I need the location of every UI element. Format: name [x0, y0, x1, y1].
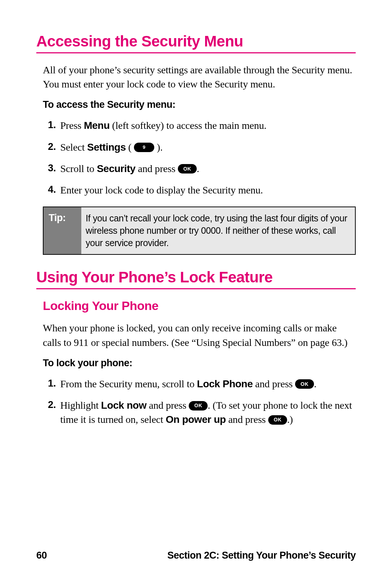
- steps-list-2: 1. From the Security menu, scroll to Loc…: [43, 377, 356, 427]
- page-footer: 60 Section 2C: Setting Your Phone’s Secu…: [36, 550, 356, 561]
- key-ok-icon: OK: [178, 164, 197, 173]
- step-heading-2: To lock your phone:: [43, 358, 356, 369]
- step-number: 1.: [43, 377, 60, 391]
- step-number: 2.: [43, 398, 60, 426]
- step-3: 3. Scroll to Security and press OK.: [43, 162, 356, 176]
- subheading-locking: Locking Your Phone: [43, 299, 356, 313]
- tip-body: If you can’t recall your lock code, try …: [81, 207, 355, 254]
- heading-accessing-security: Accessing the Security Menu: [36, 33, 356, 53]
- tip-box: Tip: If you can’t recall your lock code,…: [43, 207, 356, 255]
- step-text: Highlight Lock now and press OK. (To set…: [60, 398, 356, 426]
- step-text: Press Menu (left softkey) to access the …: [60, 118, 356, 132]
- step-2: 2. Select Settings ( 9 ).: [43, 140, 356, 154]
- step-text: From the Security menu, scroll to Lock P…: [60, 377, 356, 391]
- key-ok-icon: OK: [189, 401, 208, 411]
- step-heading: To access the Security menu:: [43, 99, 356, 110]
- step-text: Enter your lock code to display the Secu…: [60, 183, 356, 197]
- intro-paragraph-2: When your phone is locked, you can only …: [43, 321, 356, 349]
- step-1b: 1. From the Security menu, scroll to Loc…: [43, 377, 356, 391]
- tip-label: Tip:: [44, 207, 81, 254]
- step-number: 2.: [43, 140, 60, 154]
- page-number: 60: [36, 550, 109, 561]
- step-text: Scroll to Security and press OK.: [60, 162, 356, 176]
- heading-lock-feature: Using Your Phone’s Lock Feature: [36, 269, 356, 289]
- step-4: 4. Enter your lock code to display the S…: [43, 183, 356, 197]
- step-1: 1. Press Menu (left softkey) to access t…: [43, 118, 356, 132]
- step-text: Select Settings ( 9 ).: [60, 140, 356, 154]
- intro-paragraph: All of your phone’s security settings ar…: [43, 63, 356, 91]
- step-number: 1.: [43, 118, 60, 132]
- key-ok-icon: OK: [295, 379, 314, 389]
- step-number: 4.: [43, 183, 60, 197]
- steps-list-1: 1. Press Menu (left softkey) to access t…: [43, 118, 356, 197]
- section-label: Section 2C: Setting Your Phone’s Securit…: [109, 550, 356, 561]
- key-9-icon: 9: [134, 143, 154, 152]
- key-ok-icon: OK: [268, 415, 287, 425]
- step-2b: 2. Highlight Lock now and press OK. (To …: [43, 398, 356, 426]
- step-number: 3.: [43, 162, 60, 176]
